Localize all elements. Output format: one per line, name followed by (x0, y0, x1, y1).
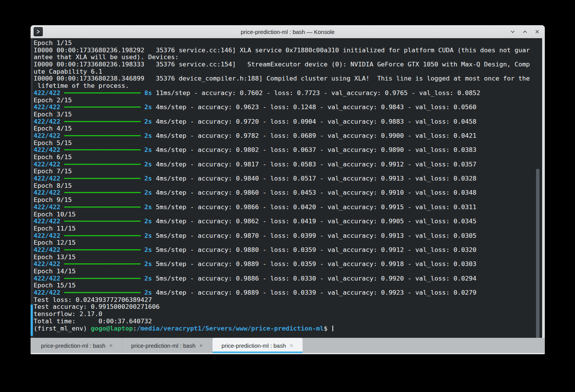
tab-close-icon[interactable]: ✕ (289, 343, 293, 348)
tab-label: price-prediction-ml : bash (41, 342, 105, 349)
terminal-line: Epoch 10/15 (34, 211, 537, 218)
tab-close-icon[interactable]: ✕ (109, 343, 113, 348)
konsole-app-icon[interactable] (34, 27, 43, 36)
terminal-line: 422/422 ━━━━━━━━━━━━━━━━━━━━ 2s 4ms/step… (34, 104, 537, 111)
chevron-down-icon (510, 29, 516, 35)
terminal-line: Epoch 5/15 (34, 140, 537, 147)
chevron-up-icon (522, 29, 528, 35)
terminal-line: I0000 00:00:1733680238.346899 35376 devi… (34, 75, 537, 82)
terminal-line: 422/422 ━━━━━━━━━━━━━━━━━━━━ 8s 11ms/ste… (34, 90, 537, 97)
terminal-line: 422/422 ━━━━━━━━━━━━━━━━━━━━ 2s 5ms/step… (34, 247, 537, 254)
titlebar[interactable]: price-prediction-ml : bash — Konsole (31, 25, 545, 38)
scrollbar-track[interactable] (542, 38, 545, 338)
terminal-line: Total time: 0:00:37.640732 (34, 318, 537, 325)
new-output-marker (31, 305, 33, 336)
tab-bar: price-prediction-ml : bash ✕ price-predi… (31, 338, 545, 354)
close-icon (534, 29, 540, 35)
terminal-prompt-glyph (35, 29, 41, 35)
terminal-line: Epoch 15/15 (34, 282, 537, 289)
terminal-line: Epoch 1/15 (34, 40, 537, 47)
terminal-line: antee that XLA will be used). Devices: (34, 54, 537, 61)
terminal-line: 422/422 ━━━━━━━━━━━━━━━━━━━━ 2s 4ms/step… (34, 218, 537, 225)
terminal-line: 422/422 ━━━━━━━━━━━━━━━━━━━━ 2s 4ms/step… (34, 132, 537, 140)
terminal-line: Epoch 14/15 (34, 268, 537, 275)
tab-close-icon[interactable]: ✕ (199, 343, 203, 348)
terminal-line: 422/422 ━━━━━━━━━━━━━━━━━━━━ 2s 4ms/step… (34, 175, 537, 182)
tab-3-active[interactable]: price-prediction-ml : bash ✕ (212, 338, 303, 353)
terminal-line: ute Capability 6.1 (34, 68, 537, 76)
terminal-line: Epoch 4/15 (34, 125, 537, 132)
terminal-line: Epoch 12/15 (34, 239, 537, 247)
terminal-line: Epoch 11/15 (34, 225, 537, 232)
terminal-line: 422/422 ━━━━━━━━━━━━━━━━━━━━ 2s 5ms/step… (34, 261, 537, 268)
terminal-line: Test accuracy: 0.9915000200271606 (34, 303, 537, 311)
terminal-line: Epoch 7/15 (34, 168, 537, 175)
terminal-line: tensorflow: 2.17.0 (34, 311, 537, 318)
terminal-line: I0000 00:00:1733680236.198333 35376 serv… (34, 61, 537, 68)
terminal-line: Epoch 3/15 (34, 111, 537, 118)
terminal-line: 422/422 ━━━━━━━━━━━━━━━━━━━━ 2s 4ms/step… (34, 147, 537, 154)
terminal-line: 422/422 ━━━━━━━━━━━━━━━━━━━━ 2s 5ms/step… (34, 275, 537, 282)
text-cursor (332, 326, 333, 331)
terminal-line: Epoch 13/15 (34, 254, 537, 261)
terminal-line: (first_ml_env) gogo@laptop:/media/veracr… (34, 325, 537, 332)
terminal-line: 422/422 ━━━━━━━━━━━━━━━━━━━━ 2s 5ms/step… (34, 204, 537, 211)
terminal-line: Epoch 9/15 (34, 197, 537, 204)
tab-2[interactable]: price-prediction-ml : bash ✕ (122, 338, 212, 353)
terminal-line: Epoch 2/15 (34, 97, 537, 104)
window-title: price-prediction-ml : bash — Konsole (31, 29, 545, 35)
close-button[interactable] (533, 28, 541, 35)
terminal-view[interactable]: Epoch 1/15I0000 00:00:1733680236.198292 … (31, 38, 545, 338)
minimize-button[interactable] (509, 28, 517, 35)
terminal-line: Epoch 8/15 (34, 182, 537, 190)
terminal-line: 422/422 ━━━━━━━━━━━━━━━━━━━━ 2s 5ms/step… (34, 232, 537, 240)
window-controls (509, 25, 541, 38)
terminal-line: I0000 00:00:1733680236.198292 35376 serv… (34, 47, 537, 54)
terminal-output: Epoch 1/15I0000 00:00:1733680236.198292 … (34, 40, 537, 332)
maximize-button[interactable] (521, 28, 529, 35)
terminal-line: lifetime of the process. (34, 82, 537, 90)
konsole-window: price-prediction-ml : bash — Konsole (31, 25, 545, 354)
terminal-line: 422/422 ━━━━━━━━━━━━━━━━━━━━ 2s 4ms/step… (34, 189, 537, 197)
tab-label: price-prediction-ml : bash (131, 342, 195, 349)
activity-indicator-strip (31, 38, 33, 338)
terminal-line: 422/422 ━━━━━━━━━━━━━━━━━━━━ 2s 4ms/step… (34, 118, 537, 126)
tab-label: price-prediction-ml : bash (222, 342, 286, 349)
terminal-line: Test loss: 0.024393772706389427 (34, 297, 537, 304)
terminal-line: 422/422 ━━━━━━━━━━━━━━━━━━━━ 2s 4ms/step… (34, 161, 537, 168)
terminal-line: Epoch 6/15 (34, 154, 537, 161)
tab-1[interactable]: price-prediction-ml : bash ✕ (32, 338, 122, 353)
terminal-line: 422/422 ━━━━━━━━━━━━━━━━━━━━ 2s 4ms/step… (34, 289, 537, 297)
scrollbar-thumb[interactable] (536, 169, 539, 339)
